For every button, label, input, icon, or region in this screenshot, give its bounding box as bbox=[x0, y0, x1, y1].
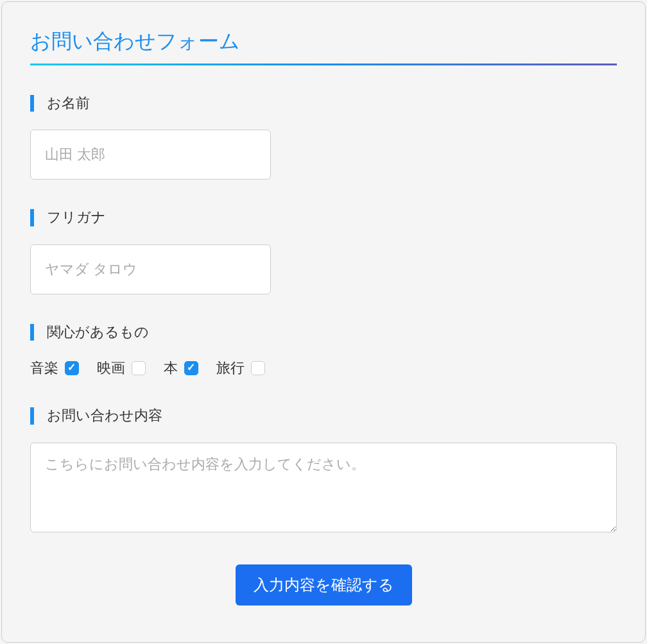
interest-option-label: 音楽 bbox=[30, 359, 58, 378]
form-title: お問い合わせフォーム bbox=[30, 28, 617, 65]
name-label: お名前 bbox=[30, 95, 617, 112]
interest-option-label: 映画 bbox=[97, 359, 125, 378]
name-field: お名前 bbox=[30, 95, 617, 180]
interests-label: 関心があるもの bbox=[30, 324, 617, 341]
submit-row: 入力内容を確認する bbox=[30, 564, 617, 606]
submit-button[interactable]: 入力内容を確認する bbox=[236, 564, 412, 606]
interest-option-movie[interactable]: 映画 bbox=[97, 359, 146, 378]
interest-checkbox-movie[interactable] bbox=[132, 361, 146, 375]
interests-field: 関心があるもの 音楽 映画 本 旅行 bbox=[30, 324, 617, 378]
furigana-input[interactable] bbox=[30, 244, 271, 294]
inquiry-field: お問い合わせ内容 bbox=[30, 407, 617, 534]
interest-checkbox-travel[interactable] bbox=[251, 361, 265, 375]
interest-option-music[interactable]: 音楽 bbox=[30, 359, 79, 378]
interest-checkbox-book[interactable] bbox=[184, 361, 198, 375]
interest-option-label: 旅行 bbox=[216, 359, 245, 378]
interests-checkbox-group: 音楽 映画 本 旅行 bbox=[30, 359, 617, 378]
furigana-label: フリガナ bbox=[30, 209, 617, 226]
interest-option-book[interactable]: 本 bbox=[164, 359, 198, 378]
furigana-field: フリガナ bbox=[30, 209, 617, 294]
inquiry-textarea[interactable] bbox=[30, 443, 617, 532]
interest-option-label: 本 bbox=[164, 359, 178, 378]
contact-form-container: お問い合わせフォーム お名前 フリガナ 関心があるもの 音楽 映画 本 旅行 bbox=[1, 1, 646, 643]
name-input[interactable] bbox=[30, 130, 271, 180]
interest-option-travel[interactable]: 旅行 bbox=[216, 359, 265, 378]
inquiry-label: お問い合わせ内容 bbox=[30, 407, 617, 424]
interest-checkbox-music[interactable] bbox=[65, 361, 79, 375]
